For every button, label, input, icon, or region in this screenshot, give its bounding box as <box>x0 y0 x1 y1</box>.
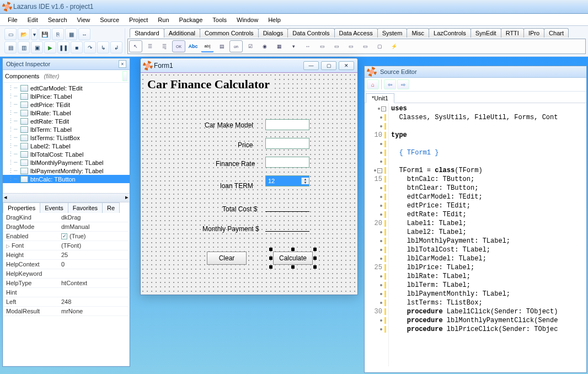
code-area[interactable]: −10−15202530 uses Classes, SysUtils, Fil… <box>365 103 586 366</box>
form-max-button[interactable]: ▢ <box>321 61 336 70</box>
menu-edit[interactable]: Edit <box>23 15 42 24</box>
form-design-surface[interactable]: Car Finance Calculator Car Make Model Pr… <box>141 73 357 295</box>
menu-tools[interactable]: Tools <box>208 15 231 24</box>
edt-rate[interactable] <box>265 157 309 168</box>
prop-row[interactable]: HelpContext0 <box>3 260 130 269</box>
comp-tab-common-controls[interactable]: Common Controls <box>200 28 259 38</box>
pal-cursor[interactable]: ↖ <box>129 40 142 52</box>
tree-item[interactable]: ⋮┈lblPaymentMonthly: TLabel <box>3 167 130 175</box>
lst-scroll-icon[interactable]: ▲▼ <box>301 178 309 184</box>
tree-item[interactable]: ⋮┈lblTotalCost: TLabel <box>3 150 130 158</box>
tb-stepout[interactable]: ↲ <box>110 41 122 54</box>
comp-tab-dialogs[interactable]: Dialogs <box>258 28 288 38</box>
menu-search[interactable]: Search <box>44 15 72 24</box>
tb-open-dd[interactable]: ▾ <box>31 28 38 40</box>
menu-file[interactable]: File <box>3 15 22 24</box>
btn-clear[interactable]: Clear <box>207 252 247 265</box>
prop-tab-favorites[interactable]: Favorites <box>68 202 103 213</box>
menu-help[interactable]: Help <box>264 15 285 24</box>
pal-edit[interactable]: ab| <box>201 40 214 52</box>
tree-item[interactable]: ⋮┈lblRate: TLabel <box>3 109 130 117</box>
menu-run[interactable]: Run <box>153 15 173 24</box>
pal-radio[interactable]: ◉ <box>258 40 271 52</box>
tree-item[interactable]: ⋮┈lblMonthlyPayment: TLabel <box>3 158 130 167</box>
pal-action[interactable]: ⚡ <box>387 40 400 52</box>
prop-tab-re[interactable]: Re <box>102 202 120 213</box>
tree-item[interactable]: ⋮┈Label2: TLabel <box>3 142 130 150</box>
edt-price[interactable] <box>265 138 309 149</box>
comp-tab-chart[interactable]: Chart <box>544 28 569 38</box>
comp-tab-system[interactable]: System <box>377 28 408 38</box>
comp-tab-misc[interactable]: Misc <box>407 28 429 38</box>
se-fwd-icon[interactable]: ⇨ <box>397 79 409 89</box>
oi-titlebar[interactable]: Object Inspector × <box>3 58 130 70</box>
form-min-button[interactable]: — <box>303 61 319 70</box>
prop-row[interactable]: DragModedmManual <box>3 222 130 232</box>
comp-tab-synedit[interactable]: SynEdit <box>471 28 501 38</box>
tree-item[interactable]: ⋮┈btnCalc: TButton <box>3 175 130 183</box>
tb-stop[interactable]: ■ <box>71 41 83 54</box>
comp-tab-ipro[interactable]: IPro <box>523 28 544 38</box>
code-gutter[interactable]: −10−15202530 <box>365 103 389 366</box>
oi-close-icon[interactable]: × <box>119 60 126 68</box>
tree-item[interactable]: ⋮┈lblPrice: TLabel <box>3 92 130 100</box>
pal-checkgroup[interactable]: ▭ <box>344 40 357 52</box>
se-home-icon[interactable]: ⌂ <box>367 79 379 89</box>
prop-row[interactable]: ModalResultmrNone <box>3 307 130 316</box>
tree-item[interactable]: ⋮┈edtPrice: TEdit <box>3 100 130 109</box>
pal-toggle[interactable]: on <box>229 40 243 52</box>
pal-checkbox[interactable]: ☑ <box>244 40 257 52</box>
pal-mainmenu[interactable]: ☰ <box>143 40 157 52</box>
pal-popup[interactable]: ☰̤ <box>158 40 171 52</box>
menu-package[interactable]: Package <box>175 15 207 24</box>
pal-scrollbar[interactable]: ↔ <box>301 40 314 52</box>
tb-save[interactable]: 💾 <box>39 28 51 40</box>
comp-tab-standard[interactable]: Standard <box>130 28 164 38</box>
tb-units[interactable]: ▤ <box>4 41 17 54</box>
tree-item[interactable]: ⋮┈lblTerm: TLabel <box>3 125 130 133</box>
comp-tab-data-controls[interactable]: Data Controls <box>287 28 334 38</box>
prop-row[interactable]: ▷Font(TFont) <box>3 241 130 250</box>
oi-filter-btn[interactable] <box>122 71 127 81</box>
pal-combo[interactable]: ▾ <box>287 40 300 52</box>
pal-frame[interactable]: ▢ <box>373 40 386 52</box>
code-text[interactable]: uses Classes, SysUtils, FileUtil, Forms,… <box>389 103 586 366</box>
menu-project[interactable]: Project <box>125 15 152 24</box>
comp-tab-lazcontrols[interactable]: LazControls <box>429 28 471 38</box>
oi-tree[interactable]: ⋮┈edtCarModel: TEdit⋮┈lblPrice: TLabel⋮┈… <box>3 83 130 193</box>
prop-row[interactable]: Enabled✓(True) <box>3 232 130 241</box>
oi-hscroll[interactable] <box>3 193 130 202</box>
pal-memo[interactable]: ▤ <box>215 40 228 52</box>
prop-row[interactable]: Left248 <box>3 297 130 307</box>
tb-run[interactable]: ▶ <box>44 41 56 54</box>
edt-car-model[interactable] <box>265 119 309 130</box>
pal-panel[interactable]: ▭ <box>359 40 372 52</box>
prop-tab-events[interactable]: Events <box>40 202 68 213</box>
property-grid[interactable]: DragKinddkDragDragModedmManualEnabled✓(T… <box>3 213 130 329</box>
selection-handles[interactable] <box>271 249 315 267</box>
prop-tab-properties[interactable]: Properties <box>3 202 40 213</box>
tab-unit1[interactable]: *Unit1 <box>366 93 394 103</box>
tb-saveall[interactable]: ⎘ <box>52 28 64 40</box>
pal-group[interactable]: ▭ <box>316 40 329 52</box>
tb-stepinto[interactable]: ↳ <box>97 41 109 54</box>
tree-item[interactable]: ⋮┈edtCarModel: TEdit <box>3 84 130 92</box>
tb-stepover[interactable]: ↷ <box>84 41 96 54</box>
menu-source[interactable]: Source <box>95 15 124 24</box>
prop-row[interactable]: Hint <box>3 288 130 297</box>
lst-terms[interactable]: 12 ▲▼ <box>265 175 309 186</box>
tb-new-unit[interactable]: ▭ <box>4 28 17 40</box>
pal-radiogroup[interactable]: ▭ <box>330 40 343 52</box>
prop-row[interactable]: Height25 <box>3 250 130 260</box>
tb-pause[interactable]: ❚❚ <box>57 41 70 54</box>
tree-item[interactable]: ⋮┈lstTerms: TListBox <box>3 133 130 142</box>
tb-open[interactable]: 📂 <box>18 28 30 40</box>
tb-toggle[interactable]: ↔ <box>78 28 90 40</box>
pal-label[interactable]: Abc <box>186 40 200 52</box>
tb-newform[interactable]: ▦ <box>65 28 77 40</box>
pal-button[interactable]: OK <box>172 40 185 52</box>
form-titlebar[interactable]: Form1 — ▢ ✕ <box>141 58 357 73</box>
oi-filter-input[interactable] <box>42 72 121 81</box>
pal-listbox[interactable]: ▦ <box>272 40 286 52</box>
form-close-button[interactable]: ✕ <box>339 61 354 70</box>
